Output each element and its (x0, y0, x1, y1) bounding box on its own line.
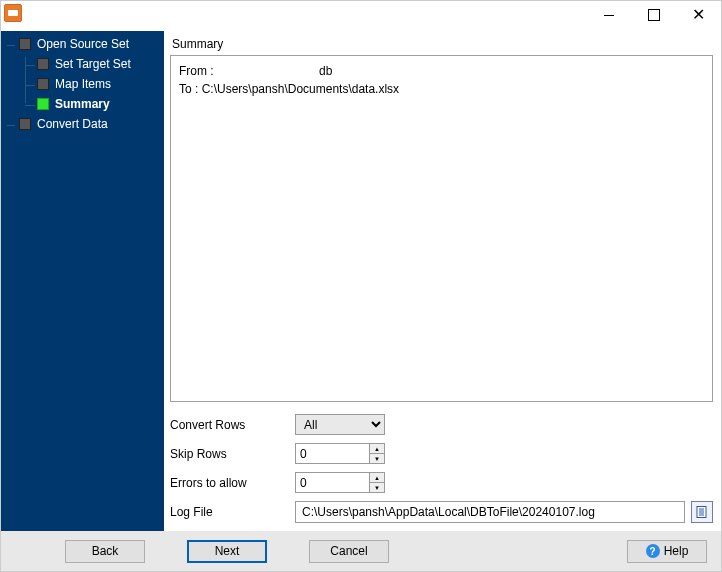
skip-rows-label: Skip Rows (170, 447, 295, 461)
sidebar-item-summary[interactable]: Summary (37, 97, 160, 111)
convert-rows-label: Convert Rows (170, 418, 295, 432)
svg-rect-0 (697, 507, 706, 518)
summary-to-value: C:\Users\pansh\Documents\data.xlsx (202, 82, 399, 96)
step-box-icon (19, 118, 31, 130)
sidebar-item-label: Summary (55, 97, 110, 111)
errors-down-button[interactable]: ▼ (370, 483, 384, 492)
next-button[interactable]: Next (187, 540, 267, 563)
errors-input[interactable] (296, 473, 369, 492)
maximize-button[interactable] (631, 1, 676, 29)
document-icon (695, 505, 709, 519)
sidebar-item-open-source-set[interactable]: Open Source Set (19, 37, 160, 51)
sidebar-item-label: Open Source Set (37, 37, 129, 51)
sidebar-item-label: Map Items (55, 77, 111, 91)
summary-textbox[interactable]: From : db To : C:\Users\pansh\Documents\… (170, 55, 713, 402)
app-icon (4, 4, 22, 22)
errors-up-button[interactable]: ▲ (370, 473, 384, 483)
close-button[interactable]: ✕ (676, 1, 721, 29)
summary-from-value: db (319, 62, 332, 80)
summary-heading: Summary (170, 35, 713, 55)
sidebar-item-map-items[interactable]: Map Items (37, 77, 160, 91)
step-box-icon (37, 98, 49, 110)
wizard-sidebar: Open Source Set Set Target Set (1, 31, 164, 531)
summary-to-label: To : (179, 82, 198, 96)
step-box-icon (37, 58, 49, 70)
sidebar-item-set-target-set[interactable]: Set Target Set (37, 57, 160, 71)
step-box-icon (19, 38, 31, 50)
button-bar: Back Next Cancel ? Help (1, 531, 721, 571)
summary-from-label: From : (179, 62, 319, 80)
sidebar-item-convert-data[interactable]: Convert Data (19, 117, 160, 131)
sidebar-item-label: Convert Data (37, 117, 108, 131)
logfile-browse-button[interactable] (691, 501, 713, 523)
help-button[interactable]: ? Help (627, 540, 707, 563)
minimize-button[interactable] (586, 1, 631, 29)
skip-rows-down-button[interactable]: ▼ (370, 454, 384, 463)
errors-label: Errors to allow (170, 476, 295, 490)
help-icon: ? (646, 544, 660, 558)
skip-rows-up-button[interactable]: ▲ (370, 444, 384, 454)
logfile-input[interactable] (295, 501, 685, 523)
titlebar: ✕ (1, 1, 721, 31)
convert-rows-select[interactable]: All (295, 414, 385, 435)
back-button[interactable]: Back (65, 540, 145, 563)
main-panel: Summary From : db To : C:\Users\pansh\Do… (164, 31, 721, 531)
skip-rows-input[interactable] (296, 444, 369, 463)
logfile-label: Log File (170, 505, 295, 519)
main-window: ✕ Open Source Set Set Target Set (0, 0, 722, 572)
step-box-icon (37, 78, 49, 90)
sidebar-item-label: Set Target Set (55, 57, 131, 71)
cancel-button[interactable]: Cancel (309, 540, 389, 563)
